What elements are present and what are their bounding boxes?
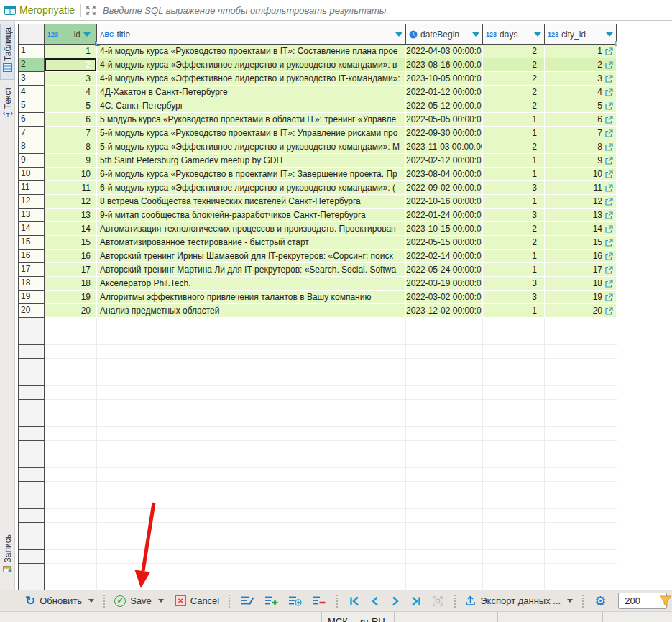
cell-days[interactable]: 1 [483, 127, 545, 140]
foreign-key-link-icon[interactable] [605, 225, 613, 233]
foreign-key-link-icon[interactable] [605, 266, 613, 274]
delete-row-button[interactable] [309, 593, 328, 608]
cell-days[interactable]: 2 [483, 72, 545, 86]
chevron-down-icon[interactable] [158, 599, 164, 603]
foreign-key-link-icon[interactable] [605, 184, 613, 192]
next-row-button[interactable] [387, 594, 403, 608]
row-number[interactable]: 9 [18, 154, 45, 168]
cell-city-id[interactable]: 11 [545, 181, 617, 195]
cell-id[interactable]: 8 [45, 140, 97, 154]
cell-dateBegin[interactable]: 2023-10-15 00:00:00 [406, 222, 483, 236]
cell-days[interactable]: 1 [483, 250, 545, 263]
foreign-key-link-icon[interactable] [605, 170, 613, 178]
cell-id[interactable]: 16 [45, 250, 97, 263]
cell-city-id[interactable]: 9 [545, 154, 617, 168]
empty-row-header[interactable] [18, 441, 45, 454]
cell-dateBegin[interactable]: 2022-04-03 00:00:00 [406, 45, 483, 58]
cell-days[interactable]: 2 [483, 222, 545, 236]
grid-corner-cell[interactable] [18, 24, 45, 45]
row-number[interactable]: 13 [18, 209, 45, 222]
row-number[interactable]: 4 [18, 86, 45, 99]
empty-row-header[interactable] [18, 400, 45, 413]
cell-days[interactable]: 1 [483, 154, 545, 168]
cell-days[interactable]: 3 [483, 181, 545, 195]
cell-city-id[interactable]: 19 [545, 291, 617, 304]
cell-days[interactable]: 2 [483, 58, 545, 72]
sidebar-tab-text[interactable]: Текст T [0, 84, 15, 129]
foreign-key-link-icon[interactable] [605, 88, 613, 96]
empty-row-header[interactable] [18, 413, 45, 427]
row-number[interactable]: 15 [18, 236, 45, 250]
foreign-key-link-icon[interactable] [605, 239, 613, 247]
empty-row-header[interactable] [18, 482, 45, 495]
refresh-button[interactable]: ↻ Обновить [22, 593, 98, 609]
cell-days[interactable]: 3 [483, 277, 545, 291]
row-number[interactable]: 12 [18, 195, 45, 209]
cell-days[interactable]: 2 [483, 236, 545, 250]
cell-dateBegin[interactable]: 2023-12-02 00:00:00 [406, 304, 483, 318]
cell-title[interactable]: Анализ предметных областей [97, 304, 406, 318]
empty-row-header[interactable] [18, 318, 45, 331]
cell-days[interactable]: 1 [483, 195, 545, 209]
cell-city-id[interactable]: 2 [545, 58, 617, 72]
cell-dateBegin[interactable]: 2022-02-12 00:00:00 [406, 154, 483, 168]
row-number[interactable]: 5 [18, 99, 45, 113]
foreign-key-link-icon[interactable] [605, 129, 613, 137]
foreign-key-link-icon[interactable] [605, 252, 613, 260]
empty-row-header[interactable] [18, 359, 45, 372]
cell-city-id[interactable]: 7 [545, 127, 617, 140]
add-row-button[interactable] [262, 593, 281, 608]
empty-row-header[interactable] [18, 331, 45, 345]
column-filter-caret-icon[interactable] [83, 32, 91, 37]
row-number[interactable]: 7 [18, 127, 45, 140]
cell-title[interactable]: Акселератор Phil.Tech. [97, 277, 406, 291]
row-number[interactable]: 1 [18, 45, 45, 58]
chevron-down-icon[interactable] [567, 599, 573, 603]
cell-dateBegin[interactable]: 2022-09-02 00:00:00 [406, 181, 483, 195]
cell-dateBegin[interactable]: 2022-01-24 00:00:00 [406, 209, 483, 222]
row-number[interactable]: 2 [18, 58, 45, 72]
cell-title[interactable]: 5 модуль курса «Руководство проектами в … [97, 113, 406, 127]
cell-id[interactable]: 11 [45, 181, 97, 195]
cell-id[interactable]: 20 [45, 304, 97, 318]
empty-row-header[interactable] [18, 372, 45, 386]
empty-row-header[interactable] [18, 523, 45, 536]
row-number[interactable]: 3 [18, 72, 45, 86]
foreign-key-link-icon[interactable] [605, 293, 613, 301]
cell-dateBegin[interactable]: 2022-05-12 00:00:00 [406, 99, 483, 113]
cell-id[interactable]: 14 [45, 222, 97, 236]
row-number[interactable]: 17 [18, 263, 45, 277]
cell-city-id[interactable]: 3 [545, 72, 617, 86]
empty-row-header[interactable] [18, 345, 45, 359]
cell-title[interactable]: Автоматизация технологических процессов … [97, 222, 406, 236]
empty-row-header[interactable] [18, 454, 45, 468]
cell-id[interactable]: 6 [45, 113, 97, 127]
previous-row-button[interactable] [367, 594, 383, 608]
last-row-button[interactable] [408, 594, 425, 608]
foreign-key-link-icon[interactable] [605, 198, 613, 206]
row-number[interactable]: 16 [18, 250, 45, 263]
cell-city-id[interactable]: 5 [545, 99, 617, 113]
cell-id[interactable]: 2 [45, 58, 97, 72]
cell-city-id[interactable]: 1 [545, 45, 617, 58]
cell-title[interactable]: 6-й модуль курса «Руководство в проектам… [97, 168, 406, 181]
empty-row-header[interactable] [18, 386, 45, 400]
cell-city-id[interactable]: 8 [545, 140, 617, 154]
cell-dateBegin[interactable]: 2023-08-04 00:00:00 [406, 168, 483, 181]
cell-title[interactable]: 4-й модуль курса «Эффективное лидерство … [97, 72, 406, 86]
column-header-city_id[interactable]: 123 k city_id [545, 24, 617, 45]
column-filter-caret-icon[interactable] [472, 32, 479, 37]
cell-id[interactable]: 19 [45, 291, 97, 304]
cell-id[interactable]: 4 [45, 86, 97, 99]
cell-city-id[interactable]: 12 [545, 195, 617, 209]
foreign-key-link-icon[interactable] [605, 47, 613, 55]
first-row-button[interactable] [346, 594, 363, 608]
cell-dateBegin[interactable]: 2023-11-03 00:00:00 [406, 140, 483, 154]
cell-city-id[interactable]: 18 [545, 277, 617, 291]
cell-title[interactable]: 4C: Санкт-Петербург [97, 99, 406, 113]
empty-row-header[interactable] [18, 536, 45, 550]
cell-dateBegin[interactable]: 2022-10-16 00:00:00 [406, 195, 483, 209]
cell-id[interactable]: 3 [45, 72, 97, 86]
cell-title[interactable]: 5th Saint Petersburg Gamedev meetup by G… [97, 154, 406, 168]
cell-city-id[interactable]: 17 [545, 263, 617, 277]
